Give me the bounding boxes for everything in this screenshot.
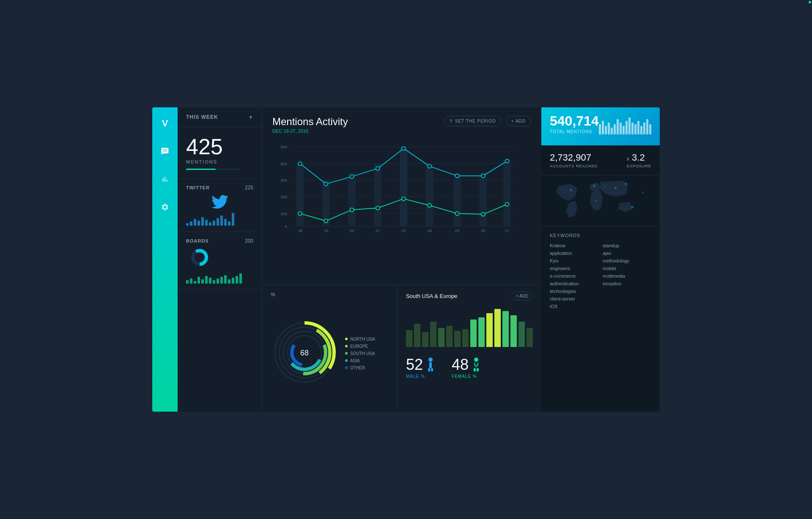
total-mini-chart [599,117,651,134]
boards-donut-icon [186,248,253,267]
legend-item: NORTH USA [345,337,375,341]
gender-row: 52 MALE % 4 [406,357,533,379]
svg-rect-22 [503,160,510,226]
total-mini-bar [643,123,645,134]
boards-count: 200 [245,238,253,244]
total-mentions-box: 540,714 TOTAL MENTIONS [541,107,660,145]
add-button[interactable]: + ADD [506,116,531,126]
boards-mini-bar [209,278,211,284]
twitter-mini-bar [228,221,230,226]
female-value: 48 [452,357,469,372]
svg-point-72 [614,187,617,189]
exposure-stat: x 3.2 EXPOSURE [627,152,651,168]
female-icon [472,357,480,372]
geo-bar [454,331,461,347]
svg-point-39 [481,213,485,216]
legend-item: SOUTH USA [345,351,375,356]
keyword-item[interactable]: application [550,251,598,256]
total-mini-bar [611,128,613,134]
boards-mini-bar [217,279,219,284]
total-mini-bar [640,126,642,134]
dashboard: V THIS WEEK ▼ 425 MENTIONS [152,107,660,412]
svg-rect-67 [475,365,478,366]
svg-point-74 [631,206,634,208]
boards-mini-bar [239,273,242,284]
period-label: THIS WEEK [186,114,218,120]
twitter-mini-bar [190,221,192,226]
nav-chart-icon[interactable] [157,172,173,187]
keyword-item[interactable]: Kyiv [550,258,598,263]
geo-title: South USA & Europe [406,293,457,299]
mentions-progress-bar [186,169,240,170]
legend-label: ASIA [350,358,360,363]
svg-point-34 [350,208,354,212]
exposure-number: x 3.2 [627,152,651,163]
keyword-item[interactable]: authentication [550,281,598,286]
keyword-item[interactable] [603,296,651,301]
keyword-item[interactable] [603,304,651,309]
keyword-item[interactable]: client-server [550,296,598,301]
svg-point-77 [642,191,644,193]
geo-bar [446,326,453,347]
accounts-reached-stat: 2,732,907 ACCOUNTS REACHED [550,152,598,168]
svg-rect-65 [431,368,433,371]
svg-rect-14 [296,164,304,227]
keyword-item[interactable]: ajax [603,251,651,256]
exposure-label: EXPOSURE [627,164,651,168]
keyword-item[interactable]: methodology [603,258,651,263]
twitter-mini-bar [217,218,219,226]
chart-title: Mentions Activity [272,116,348,128]
twitter-mini-bar [220,216,223,226]
keyword-item[interactable]: mobile [603,266,651,271]
period-selector[interactable]: THIS WEEK ▼ [178,107,262,127]
world-map [541,175,660,226]
donut-section: % [262,285,398,412]
keyword-item[interactable]: standup [603,243,651,248]
svg-point-23 [298,162,302,166]
total-mini-bar [631,123,634,134]
total-mini-bar [637,121,639,134]
keyword-item[interactable]: iOS [550,304,598,309]
boards-mini-bar [198,277,200,284]
accounts-number: 2,732,907 [550,152,598,163]
male-label: MALE % [406,374,435,379]
left-panel: THIS WEEK ▼ 425 MENTIONS TWITTER 225 [178,107,262,412]
svg-point-71 [593,185,595,187]
svg-point-29 [455,174,459,178]
keyword-item[interactable]: technologies [550,289,598,294]
chart-area: 500 400 300 200 100 0 [272,137,531,238]
keyword-item[interactable]: inception [603,281,651,286]
boards-box: BOARDS 200 [178,232,262,290]
geo-bar [486,313,493,347]
twitter-count: 225 [245,185,253,191]
boards-mini-bar [224,275,227,284]
nav-settings-icon[interactable] [157,199,173,215]
geo-bar [462,329,469,347]
svg-point-31 [505,159,509,163]
male-value: 52 [406,357,423,372]
geo-bar [494,309,501,347]
keywords-title: KEYWORDS [550,233,651,238]
svg-rect-68 [474,368,476,371]
keyword-item[interactable] [603,289,651,294]
geo-add-button[interactable]: + ADD [511,292,533,300]
svg-point-28 [428,164,431,168]
legend-dot [345,359,348,362]
twitter-mini-bars [186,213,253,226]
legend-dot [345,352,348,355]
twitter-mini-bar [201,217,204,226]
keyword-item[interactable]: engineers [550,266,598,271]
svg-point-61 [428,358,433,362]
keyword-item[interactable]: e-commerce [550,273,598,279]
svg-point-27 [402,147,406,150]
geo-bar [502,311,509,347]
set-period-button[interactable]: ⠿ SET THE PERIOD [444,116,502,126]
twitter-mini-bar [213,221,215,226]
svg-point-70 [570,189,572,191]
svg-point-76 [604,185,606,187]
keyword-item[interactable]: multimedia [603,273,651,279]
keyword-item[interactable]: Krakow [550,243,598,248]
nav-message-icon[interactable] [157,144,173,159]
sidebar-nav: V [152,107,178,412]
geo-section: South USA & Europe + ADD 52 [398,285,541,412]
